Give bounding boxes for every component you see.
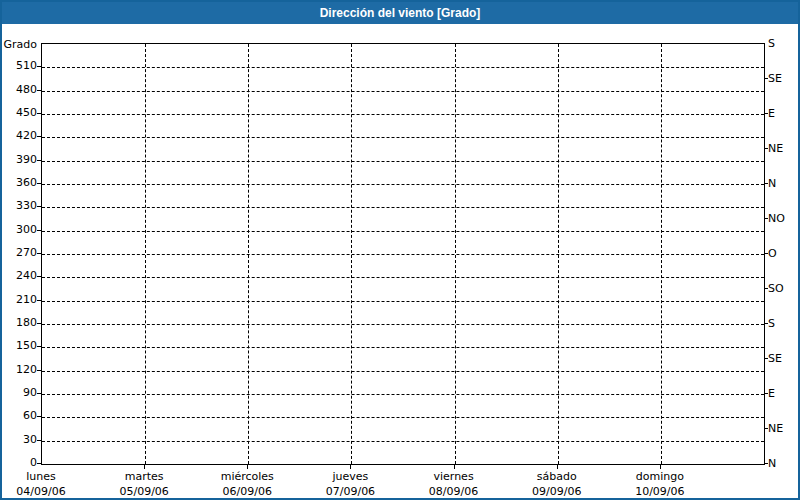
y-axis-right-tick-label: E xyxy=(768,387,775,400)
gridline-vertical xyxy=(351,44,352,464)
x-axis-date-label: 05/09/06 xyxy=(89,485,199,499)
y-axis-right-tick-label: NE xyxy=(768,422,783,435)
x-axis-tick-mark xyxy=(144,465,145,469)
chart-window: Dirección del viento [Grado] Grado 03060… xyxy=(0,0,800,500)
y-axis-left-tick-mark xyxy=(37,183,41,184)
x-axis-date-label: 06/09/06 xyxy=(192,485,302,499)
gridline-horizontal xyxy=(42,254,764,255)
gridline-vertical xyxy=(455,44,456,464)
gridline-vertical xyxy=(661,44,662,464)
y-axis-left-tick-mark xyxy=(37,66,41,67)
gridline-horizontal xyxy=(42,137,764,138)
x-axis-date-label: 10/09/06 xyxy=(605,485,715,499)
y-axis-left-tick-label: 210 xyxy=(2,293,37,306)
gridline-vertical xyxy=(248,44,249,464)
x-axis-date-label: 07/09/06 xyxy=(295,485,405,499)
y-axis-left-tick-label: 120 xyxy=(2,363,37,376)
gridline-horizontal xyxy=(42,301,764,302)
gridline-horizontal xyxy=(42,184,764,185)
y-axis-right-tick-mark xyxy=(764,428,768,429)
y-axis-left-tick-label: 300 xyxy=(2,223,37,236)
y-axis-right-tick-label: SE xyxy=(768,72,782,85)
x-axis-day-label: miércoles xyxy=(192,470,302,484)
x-axis-day-label: domingo xyxy=(605,470,715,484)
y-axis-left-tick-label: 30 xyxy=(2,433,37,446)
y-axis-left-tick-label: 0 xyxy=(2,456,37,469)
y-axis-left-tick-mark xyxy=(37,463,41,464)
y-axis-right-tick-mark xyxy=(764,393,768,394)
y-axis-left-tick-label: 270 xyxy=(2,246,37,259)
y-axis-left-tick-mark xyxy=(37,323,41,324)
y-axis-left-tick-label: 90 xyxy=(2,386,37,399)
y-axis-left-tick-label: 360 xyxy=(2,176,37,189)
y-axis-right-tick-label: N xyxy=(768,177,776,190)
y-axis-right-tick-mark xyxy=(764,218,768,219)
gridline-horizontal xyxy=(42,114,764,115)
gridline-horizontal xyxy=(42,231,764,232)
y-axis-left-tick-mark xyxy=(37,230,41,231)
y-axis-left-tick-label: 390 xyxy=(2,153,37,166)
chart-title-bar: Dirección del viento [Grado] xyxy=(2,2,798,24)
y-axis-right-tick-label: NO xyxy=(768,212,785,225)
y-axis-left-tick-mark xyxy=(37,440,41,441)
y-axis-left-tick-label: 180 xyxy=(2,316,37,329)
y-axis-left-tick-mark xyxy=(37,136,41,137)
x-axis-tick-mark xyxy=(660,465,661,469)
y-axis-right-tick-mark xyxy=(764,183,768,184)
x-axis-day-label: jueves xyxy=(295,470,405,484)
gridline-horizontal xyxy=(42,441,764,442)
y-axis-left-tick-mark xyxy=(37,160,41,161)
y-axis-right-tick-mark xyxy=(764,78,768,79)
y-axis-left-tick-mark xyxy=(37,276,41,277)
gridline-horizontal xyxy=(42,324,764,325)
gridline-horizontal xyxy=(42,417,764,418)
x-axis-date-label: 08/09/06 xyxy=(399,485,509,499)
x-axis-day-label: lunes xyxy=(0,470,96,484)
y-axis-left-tick-mark xyxy=(37,206,41,207)
gridline-horizontal xyxy=(42,277,764,278)
y-axis-right-tick-mark xyxy=(764,358,768,359)
y-axis-right-tick-mark xyxy=(764,288,768,289)
y-axis-left-tick-label: 60 xyxy=(2,409,37,422)
y-axis-left-tick-label: 240 xyxy=(2,269,37,282)
y-axis-left-tick-label: 480 xyxy=(2,83,37,96)
y-axis-left-tick-mark xyxy=(37,300,41,301)
y-axis-right-tick-label: SO xyxy=(768,282,784,295)
gridline-horizontal xyxy=(42,394,764,395)
x-axis-day-label: martes xyxy=(89,470,199,484)
y-axis-right-tick-mark xyxy=(764,463,768,464)
y-axis-left-tick-label: 450 xyxy=(2,106,37,119)
y-axis-left-tick-label: 330 xyxy=(2,199,37,212)
y-axis-left-tick-mark xyxy=(37,393,41,394)
x-axis-tick-mark xyxy=(454,465,455,469)
y-axis-left-tick-label: 510 xyxy=(2,59,37,72)
y-axis-right-tick-label: S xyxy=(768,37,775,50)
y-axis-right-tick-label: SE xyxy=(768,352,782,365)
y-axis-left-tick-mark xyxy=(37,346,41,347)
plot-area xyxy=(41,43,765,465)
gridline-vertical xyxy=(558,44,559,464)
x-axis-tick-mark xyxy=(247,465,248,469)
y-axis-left-tick-mark xyxy=(37,113,41,114)
y-axis-right-tick-mark xyxy=(764,253,768,254)
y-axis-right-tick-label: N xyxy=(768,457,776,470)
y-axis-left-title: Grado xyxy=(2,38,37,51)
y-axis-left-tick-label: 420 xyxy=(2,129,37,142)
x-axis-date-label: 04/09/06 xyxy=(0,485,96,499)
y-axis-left-tick-mark xyxy=(37,416,41,417)
gridline-horizontal xyxy=(42,371,764,372)
y-axis-left-tick-mark xyxy=(37,253,41,254)
y-axis-right-tick-label: S xyxy=(768,317,775,330)
x-axis-day-label: viernes xyxy=(399,470,509,484)
y-axis-right-tick-label: O xyxy=(768,247,777,260)
y-axis-right-tick-label: NE xyxy=(768,142,783,155)
gridline-horizontal xyxy=(42,67,764,68)
gridline-horizontal xyxy=(42,347,764,348)
gridline-horizontal xyxy=(42,91,764,92)
y-axis-right-tick-mark xyxy=(764,323,768,324)
x-axis-date-label: 09/09/06 xyxy=(502,485,612,499)
chart-title: Dirección del viento [Grado] xyxy=(320,6,481,20)
y-axis-left-tick-label: 150 xyxy=(2,339,37,352)
gridline-horizontal xyxy=(42,207,764,208)
x-axis-tick-mark xyxy=(350,465,351,469)
